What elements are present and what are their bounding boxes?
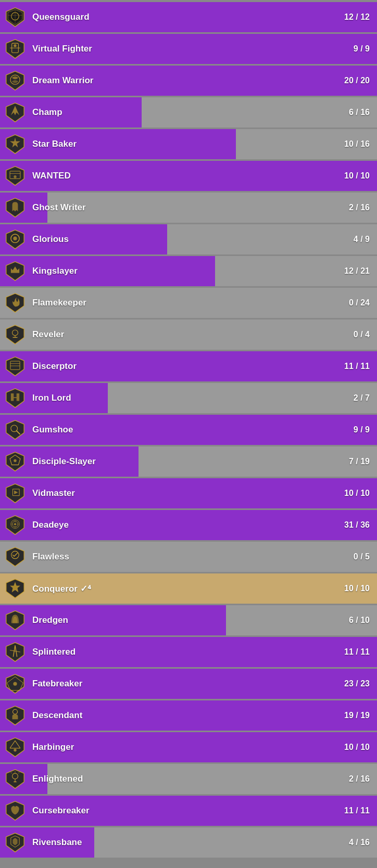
svg-point-60 [13, 682, 17, 685]
title-score: 6 / 16 [349, 108, 377, 117]
title-label: Rivensbane [30, 837, 349, 848]
shield-fate-icon [0, 669, 30, 699]
title-score: 0 / 24 [349, 298, 377, 308]
shield-splintered-icon [0, 637, 30, 667]
title-label: Reveler [30, 329, 354, 340]
shield-harbinger-icon [0, 732, 30, 762]
title-label: Vidmaster [30, 488, 344, 499]
title-label: Dredgen [30, 615, 349, 626]
shield-descendant-icon [0, 700, 30, 731]
title-label: Flawless [30, 552, 354, 562]
list-item[interactable]: Dream Warrior20 / 20 [0, 66, 377, 96]
list-item[interactable]: Vidmaster10 / 10 [0, 478, 377, 508]
shield-ghost-icon [0, 193, 30, 223]
title-label: Conqueror ✓⁴ [30, 583, 344, 594]
title-label: Iron Lord [30, 393, 354, 403]
list-item[interactable]: Glorious4 / 9 [0, 224, 377, 254]
title-label: Champ [30, 107, 349, 118]
list-item[interactable]: Flawless0 / 5 [0, 542, 377, 572]
list-item[interactable]: Iron Lord2 / 7 [0, 383, 377, 413]
title-score: 2 / 16 [349, 203, 377, 212]
list-item[interactable]: Champ6 / 16 [0, 97, 377, 127]
title-label: Flamekeeper [30, 298, 349, 308]
list-item[interactable]: Disciple-Slayer7 / 19 [0, 446, 377, 477]
title-score: 11 / 11 [344, 806, 377, 815]
shield-curse-icon [0, 796, 30, 826]
svg-point-65 [14, 749, 16, 751]
title-label: Disciple-Slayer [30, 456, 349, 467]
list-item[interactable]: WANTED10 / 10 [0, 161, 377, 191]
title-score: 20 / 20 [344, 76, 377, 85]
svg-point-21 [13, 237, 17, 240]
shield-dream-icon [0, 66, 30, 96]
title-score: 10 / 16 [344, 139, 377, 149]
list-item[interactable]: Conqueror ✓⁴10 / 10 [0, 573, 377, 604]
list-item[interactable]: Cursebreaker11 / 11 [0, 796, 377, 826]
svg-point-17 [14, 175, 16, 178]
list-item[interactable]: Gumshoe9 / 9 [0, 415, 377, 445]
title-score: 10 / 10 [344, 584, 377, 593]
shield-flawless-icon [0, 542, 30, 572]
shield-dredgen-icon [0, 605, 30, 635]
list-item[interactable]: Splintered11 / 11 [0, 637, 377, 667]
shield-disc-icon [0, 351, 30, 381]
shield-wanted-icon [0, 161, 30, 191]
title-label: Ghost Writer [30, 202, 349, 213]
shield-glorious-icon [0, 224, 30, 254]
list-item[interactable]: Rivensbane4 / 16 [0, 827, 377, 858]
shield-iron-icon [0, 383, 30, 413]
svg-marker-5 [6, 40, 24, 58]
list-item[interactable]: Kingslayer12 / 21 [0, 256, 377, 286]
svg-marker-25 [6, 325, 24, 344]
list-item[interactable]: Dredgen6 / 10 [0, 605, 377, 635]
shield-flame-icon [0, 288, 30, 318]
list-item[interactable]: Flamekeeper0 / 24 [0, 288, 377, 318]
shield-champ-icon [0, 97, 30, 127]
shield-riven-icon [0, 827, 30, 858]
title-label: Dream Warrior [30, 75, 344, 86]
list-item[interactable]: Ghost Writer2 / 16 [0, 193, 377, 223]
title-label: WANTED [30, 171, 344, 181]
title-score: 10 / 10 [344, 489, 377, 498]
title-score: 9 / 9 [354, 44, 377, 54]
svg-marker-49 [6, 547, 24, 566]
shield-deadeye-icon [0, 510, 30, 540]
title-score: 9 / 9 [354, 425, 377, 435]
shield-gumshoe-icon [0, 415, 30, 445]
title-score: 12 / 12 [344, 12, 377, 22]
list-item[interactable]: Harbinger10 / 10 [0, 732, 377, 762]
title-score: 23 / 23 [344, 679, 377, 688]
shield-conqueror-icon [0, 573, 30, 604]
titles-list: Queensguard12 / 12 Virtual Fighter9 / 9 … [0, 0, 377, 861]
shield-king-icon [0, 256, 30, 286]
title-label: Queensguard [30, 12, 344, 22]
shield-fighter-icon [0, 34, 30, 64]
title-score: 6 / 10 [349, 616, 377, 625]
title-label: Star Baker [30, 139, 344, 149]
title-label: Kingslayer [30, 266, 344, 276]
title-label: Harbinger [30, 742, 344, 752]
shield-ornate-icon [0, 2, 30, 32]
list-item[interactable]: Star Baker10 / 16 [0, 129, 377, 159]
title-label: Virtual Fighter [30, 44, 354, 54]
list-item[interactable]: Reveler0 / 4 [0, 320, 377, 350]
list-item[interactable]: Enlightened2 / 16 [0, 764, 377, 794]
title-label: Splintered [30, 647, 344, 657]
shield-disciple-icon [0, 446, 30, 477]
svg-marker-29 [6, 357, 24, 376]
list-item[interactable]: Virtual Fighter9 / 9 [0, 34, 377, 64]
title-score: 2 / 7 [354, 393, 377, 403]
title-score: 12 / 21 [344, 266, 377, 276]
list-item[interactable]: Deadeye31 / 36 [0, 510, 377, 540]
shield-vid-icon [0, 478, 30, 508]
title-score: 4 / 9 [354, 235, 377, 244]
title-score: 11 / 11 [344, 647, 377, 657]
list-item[interactable]: Descendant19 / 19 [0, 700, 377, 731]
title-label: Cursebreaker [30, 806, 344, 816]
list-item[interactable]: Discerptor11 / 11 [0, 351, 377, 381]
title-score: 31 / 36 [344, 520, 377, 530]
list-item[interactable]: Fatebreaker23 / 23 [0, 669, 377, 699]
shield-star-icon [0, 129, 30, 159]
title-score: 4 / 16 [349, 838, 377, 847]
list-item[interactable]: Queensguard12 / 12 [0, 2, 377, 32]
